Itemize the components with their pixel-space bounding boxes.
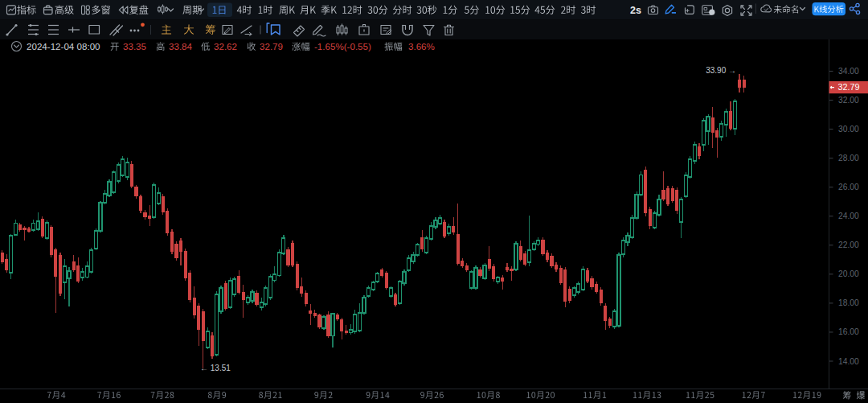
svg-text:32.79: 32.79 [260, 41, 283, 51]
svg-text:16.00: 16.00 [838, 327, 859, 336]
svg-text:33.84: 33.84 [169, 41, 193, 51]
svg-text:32.00: 32.00 [838, 96, 859, 105]
svg-text:2024-12-04 08:00: 2024-12-04 08:00 [27, 41, 100, 51]
svg-text:30.00: 30.00 [838, 125, 859, 134]
svg-text:3.66%: 3.66% [408, 41, 435, 51]
svg-text:18.00: 18.00 [838, 298, 859, 307]
svg-text:24.00: 24.00 [838, 212, 859, 220]
svg-text:20.00: 20.00 [838, 269, 859, 278]
svg-text:-1.65%(-0.55): -1.65%(-0.55) [314, 41, 371, 51]
svg-text:26.00: 26.00 [838, 183, 859, 191]
svg-text:34.00: 34.00 [838, 67, 859, 76]
svg-text:14.00: 14.00 [838, 357, 859, 366]
svg-text:32.79: 32.79 [837, 82, 859, 92]
svg-text:32.62: 32.62 [214, 41, 237, 51]
svg-text:2s: 2s [630, 5, 641, 16]
svg-text:28.00: 28.00 [838, 154, 859, 162]
svg-text:33.35: 33.35 [123, 41, 146, 51]
svg-text:22.00: 22.00 [838, 241, 859, 249]
svg-text:33.90 →: 33.90 → [706, 66, 736, 75]
svg-text:← 13.51: ← 13.51 [200, 364, 231, 372]
